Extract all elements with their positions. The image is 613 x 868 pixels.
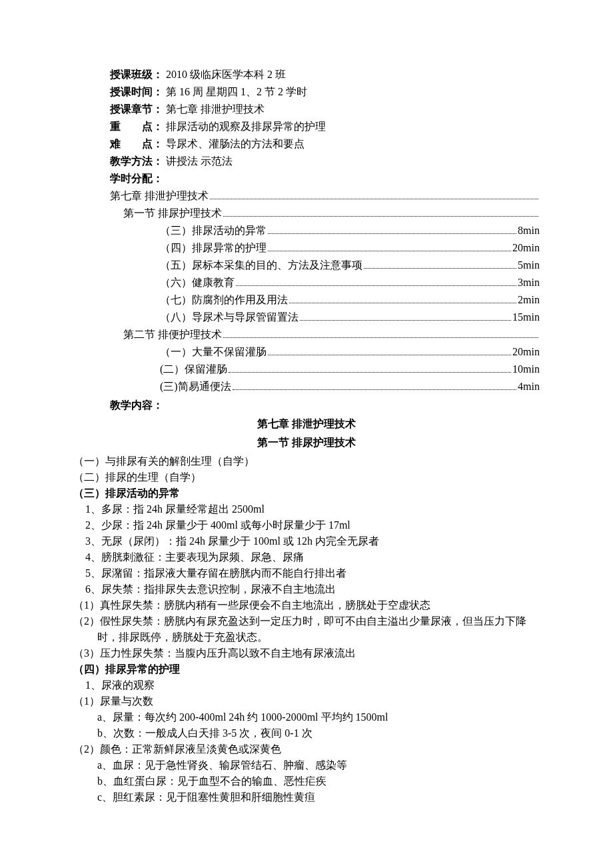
lesson-plan: 授课班级： 2010 级临床医学本科 2 班 授课时间： 第 16 周 星期四 … [73, 67, 540, 805]
toc-row: （七）防腐剂的作用及用法2min [160, 292, 540, 308]
body-line: （3）压力性尿失禁：当腹内压升高以致不自主地有尿液流出 [73, 645, 540, 661]
toc-dots [300, 320, 511, 321]
toc-label: （六）健康教育 [160, 275, 235, 291]
meta-diff-label: 难 点： [110, 136, 163, 152]
toc-dots [268, 251, 511, 251]
meta-alloc-label: 学时分配： [110, 171, 163, 187]
body-line: （1）尿量与次数 [73, 693, 540, 709]
toc-label: （七）防腐剂的作用及用法 [160, 292, 288, 308]
toc-row: （五）尿标本采集的目的、方法及注意事项5min [160, 257, 540, 273]
section-title: 第一节 排尿护理技术 [73, 435, 540, 451]
body-line: 1、多尿：指 24h 尿量经常超出 2500ml [85, 501, 540, 517]
meta-time: 授课时间： 第 16 周 星期四 1、2 节 2 学时 [110, 84, 540, 100]
body-line: a、尿量：每次约 200-400ml 24h 约 1000-2000ml 平均约… [97, 709, 540, 725]
meta-class-label: 授课班级： [110, 67, 163, 83]
body-line: 4、膀胱刺激征：主要表现为尿频、尿急、尿痛 [85, 549, 540, 565]
toc-label: （四）排尿异常的护理 [160, 240, 267, 256]
toc-dots [236, 285, 516, 286]
toc-dots [223, 216, 538, 217]
toc-label: （五）尿标本采集的目的、方法及注意事项 [160, 257, 362, 273]
toc-time: 20min [512, 240, 540, 256]
toc-dots [289, 303, 516, 303]
meta-method: 教学方法： 讲授法 示范法 [110, 153, 540, 169]
meta-key-label: 重 点： [110, 119, 163, 135]
meta-class-value: 2010 级临床医学本科 2 班 [166, 67, 286, 83]
toc-time: 2min [518, 292, 540, 308]
toc-row: （六）健康教育3min [160, 275, 540, 291]
toc-row: (二）保留灌肠10min [160, 361, 540, 377]
toc-time: 4min [518, 379, 540, 395]
body-line: 5、尿潴留：指尿液大量存留在膀胱内而不能自行排出者 [85, 565, 540, 581]
toc-row: 第二节 排便护理技术 [123, 327, 540, 343]
body-line: （一）与排尿有关的解剖生理（自学） [73, 453, 540, 469]
toc-row: （一）大量不保留灌肠20min [160, 344, 540, 360]
body-line: （1）真性尿失禁：膀胱内稍有一些尿便会不自主地流出，膀胱处于空虚状态 [73, 597, 540, 613]
chapter-title: 第七章 排泄护理技术 [73, 416, 540, 432]
meta-key-value: 排尿活动的观察及排尿异常的护理 [166, 119, 326, 135]
toc-row: 第一节 排尿护理技术 [123, 205, 540, 221]
toc-time: 20min [512, 344, 540, 360]
toc-label: 第七章 排泄护理技术 [110, 188, 209, 204]
meta-keypoint: 重 点： 排尿活动的观察及排尿异常的护理 [110, 119, 540, 135]
toc-time: 3min [518, 275, 540, 291]
toc-label: (二）保留灌肠 [160, 361, 227, 377]
body-line: a、血尿：见于急性肾炎、输尿管结石、肿瘤、感染等 [97, 757, 540, 773]
content-heading: 教学内容： [110, 397, 540, 413]
body-line: （2）假性尿失禁：膀胱内有尿充盈达到一定压力时，即可不由自主溢出少量尿液，但当压… [73, 613, 540, 645]
body-line: 1、尿液的观察 [85, 677, 540, 693]
meta-chapter-value: 第七章 排泄护理技术 [166, 101, 265, 117]
body-content: （一）与排尿有关的解剖生理（自学）（二）排尿的生理（自学）（三）排尿活动的异常1… [73, 453, 540, 805]
toc-label: （三）排尿活动的异常 [160, 223, 267, 239]
toc-time: 15min [512, 309, 540, 325]
toc-label: （八）导尿术与导尿管留置法 [160, 309, 299, 325]
toc-row: (三)简易通便法4min [160, 379, 540, 395]
meta-time-label: 授课时间： [110, 84, 163, 100]
toc: 第七章 排泄护理技术第一节 排尿护理技术（三）排尿活动的异常8min（四）排尿异… [73, 188, 540, 395]
meta-method-label: 教学方法： [110, 153, 163, 169]
toc-row: （八）导尿术与导尿管留置法15min [160, 309, 540, 325]
toc-row: 第七章 排泄护理技术 [110, 188, 540, 204]
body-line: （二）排尿的生理（自学） [73, 469, 540, 485]
body-line: （2）颜色：正常新鲜尿液呈淡黄色或深黄色 [73, 741, 540, 757]
meta-time-value: 第 16 周 星期四 1、2 节 2 学时 [166, 84, 307, 100]
meta-chapter-label: 授课章节： [110, 101, 163, 117]
body-line: c、胆红素尿：见于阻塞性黄胆和肝细胞性黄疸 [97, 789, 540, 805]
toc-dots [210, 199, 538, 199]
toc-time: 10min [512, 361, 540, 377]
body-line: （三）排尿活动的异常 [73, 485, 540, 501]
toc-dots [268, 233, 516, 234]
toc-row: （四）排尿异常的护理20min [160, 240, 540, 256]
toc-label: (三)简易通便法 [160, 379, 231, 395]
meta-diff-value: 导尿术、灌肠法的方法和要点 [166, 136, 305, 152]
toc-row: （三）排尿活动的异常8min [160, 223, 540, 239]
body-line: （四）排尿异常的护理 [73, 661, 540, 677]
body-line: 2、少尿：指 24h 尿量少于 400ml 或每小时尿量少于 17ml [85, 517, 540, 533]
body-line: 3、无尿（尿闭）：指 24h 尿量少于 100ml 或 12h 内完全无尿者 [85, 533, 540, 549]
toc-label: 第二节 排便护理技术 [123, 327, 222, 343]
meta-chapter: 授课章节： 第七章 排泄护理技术 [110, 101, 540, 117]
toc-label: （一）大量不保留灌肠 [160, 344, 267, 360]
toc-label: 第一节 排尿护理技术 [123, 205, 222, 221]
meta-class: 授课班级： 2010 级临床医学本科 2 班 [110, 67, 540, 83]
toc-dots [268, 355, 511, 355]
meta-difficulty: 难 点： 导尿术、灌肠法的方法和要点 [110, 136, 540, 152]
toc-dots [229, 372, 511, 373]
body-line: 6、尿失禁：指排尿失去意识控制，尿液不自主地流出 [85, 581, 540, 597]
body-line: b、血红蛋白尿：见于血型不合的输血、恶性疟疾 [97, 773, 540, 789]
toc-dots [223, 337, 538, 338]
meta-method-value: 讲授法 示范法 [166, 153, 233, 169]
toc-dots [233, 389, 516, 390]
toc-time: 5min [518, 257, 540, 273]
meta-alloc: 学时分配： [110, 171, 540, 187]
toc-time: 8min [518, 223, 540, 239]
body-line: b、次数：一般成人白天排 3-5 次，夜间 0-1 次 [97, 725, 540, 741]
toc-dots [364, 268, 516, 269]
